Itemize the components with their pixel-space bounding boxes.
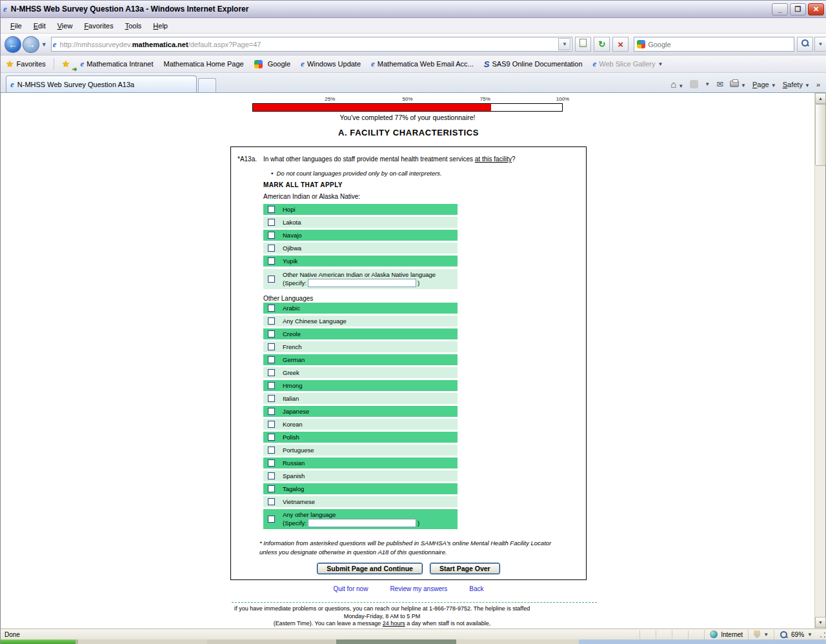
start-over-button[interactable]: Start Page Over	[430, 563, 500, 574]
favorites-link-4[interactable]: eMathematica Web Email Acc...	[366, 57, 479, 71]
language-row: Vietnamese	[263, 496, 458, 507]
checkbox-creole[interactable]	[268, 330, 275, 337]
search-button[interactable]	[797, 37, 813, 52]
address-dropdown-icon[interactable]: ▼	[558, 38, 570, 50]
language-label: Russian	[283, 459, 305, 467]
language-label: Ojibwa	[283, 245, 301, 252]
favorites-link-2[interactable]: Google	[249, 57, 296, 71]
language-row: French	[263, 341, 458, 352]
vertical-scrollbar[interactable]: ▲ ▼	[814, 93, 825, 629]
favorites-link-0[interactable]: eMathematica Intranet	[75, 57, 158, 71]
more-commands-chevron[interactable]: »	[816, 81, 820, 88]
submit-button[interactable]: Submit Page and Continue	[317, 563, 423, 574]
tab-title: N-MHSS Web Survey Question A13a	[17, 81, 134, 88]
favorites-link-5[interactable]: SSAS9 Online Documentation	[479, 57, 588, 71]
stop-button[interactable]: ×	[612, 37, 629, 52]
safety-menu[interactable]: Safety ▼	[783, 81, 810, 88]
minimize-button[interactable]: _	[772, 3, 788, 15]
taskbar-item-active[interactable]	[336, 639, 456, 644]
favorites-button[interactable]: ★ Favorites	[1, 57, 51, 71]
print-button[interactable]: ▼	[730, 81, 746, 88]
language-label: Navajo	[283, 232, 302, 239]
checkbox-group1-other[interactable]	[268, 276, 275, 283]
taskbar-item[interactable]	[456, 639, 579, 644]
taskbar-tray-sliver	[579, 639, 826, 644]
checkbox-group2-other[interactable]	[268, 516, 275, 523]
language-label: Hmong	[283, 382, 303, 389]
tab-favicon-icon: e	[10, 79, 14, 90]
scrollbar-thumb[interactable]	[815, 104, 826, 166]
menu-file[interactable]: File	[5, 20, 28, 32]
rss-feeds-icon[interactable]	[690, 80, 698, 88]
feeds-chevron-icon[interactable]: ▼	[705, 81, 710, 87]
read-mail-icon[interactable]: ✉	[716, 79, 723, 89]
tab-active[interactable]: e N-MHSS Web Survey Question A13a	[6, 75, 197, 92]
checkbox-any-chinese-language[interactable]	[268, 317, 275, 325]
favorites-link-1[interactable]: Mathematica Home Page	[159, 57, 249, 71]
recent-pages-chevron-icon[interactable]: ▼	[41, 41, 47, 48]
language-label: Portuguese	[283, 447, 314, 454]
compatibility-view-button[interactable]	[575, 37, 591, 52]
language-label: Yupik	[283, 257, 297, 265]
taskbar-item[interactable]	[78, 639, 207, 644]
checkbox-greek[interactable]	[268, 369, 275, 376]
menu-view[interactable]: View	[52, 20, 79, 32]
question-instruction: MARK ALL THAT APPLY	[263, 181, 343, 188]
scroll-up-icon[interactable]: ▲	[815, 93, 826, 104]
group2-specify-input[interactable]	[308, 519, 416, 527]
checkbox-navajo[interactable]	[268, 232, 275, 239]
taskbar-item[interactable]	[207, 639, 336, 644]
menu-help[interactable]: Help	[147, 20, 174, 32]
menu-favorites[interactable]: Favorites	[78, 20, 119, 32]
group1-specify-input[interactable]	[308, 279, 416, 287]
menu-edit[interactable]: Edit	[28, 20, 52, 32]
protected-mode-control[interactable]: ▼	[748, 630, 774, 639]
language-label: Italian	[283, 395, 299, 402]
address-url[interactable]: http://nmhsssurveydev.mathematica.net/de…	[60, 41, 559, 48]
checkbox-vietnamese[interactable]	[268, 498, 275, 505]
checkbox-lakota[interactable]	[268, 219, 275, 226]
start-button-sliver[interactable]	[1, 639, 76, 644]
menu-tools[interactable]: Tools	[119, 20, 148, 32]
search-options-chevron-icon[interactable]: ▼	[814, 37, 826, 52]
checkbox-tagalog[interactable]	[268, 485, 275, 492]
back-button[interactable]: ←	[5, 36, 21, 53]
checkbox-spanish[interactable]	[268, 472, 275, 479]
restore-button[interactable]: ❐	[790, 3, 806, 15]
language-label: Vietnamese	[283, 498, 315, 505]
favorites-link-6[interactable]: eWeb Slice Gallery▼	[588, 57, 669, 71]
checkbox-polish[interactable]	[268, 434, 275, 441]
page-menu[interactable]: Page ▼	[752, 81, 776, 88]
checkbox-hmong[interactable]	[268, 382, 275, 389]
checkbox-german[interactable]	[268, 356, 275, 363]
checkbox-hopi[interactable]	[268, 206, 275, 213]
zoom-control[interactable]: 69% ▼	[774, 630, 818, 639]
taskbar-sliver	[1, 639, 826, 644]
home-button[interactable]: ⌂ ▼	[670, 79, 683, 90]
checkbox-yupik[interactable]	[268, 257, 275, 265]
group1-other-label: Other Native American Indian or Alaska N…	[283, 271, 436, 278]
scroll-down-icon[interactable]: ▼	[815, 617, 826, 628]
add-to-favorites-button[interactable]: ★➜	[57, 57, 76, 71]
forward-button[interactable]: →	[23, 36, 39, 53]
checkbox-korean[interactable]	[268, 421, 275, 428]
checkbox-arabic[interactable]	[268, 305, 275, 312]
search-input[interactable]	[648, 41, 791, 48]
nav-link-back[interactable]: Back	[469, 585, 483, 592]
checkbox-japanese[interactable]	[268, 408, 275, 415]
new-tab-stub[interactable]	[198, 78, 216, 92]
refresh-button[interactable]: ↻	[594, 37, 610, 52]
nav-link-review-my-answers[interactable]: Review my answers	[390, 585, 447, 592]
close-button[interactable]: ✕	[808, 3, 824, 15]
checkbox-french[interactable]	[268, 343, 275, 350]
search-box[interactable]	[634, 37, 794, 52]
checkbox-ojibwa[interactable]	[268, 245, 275, 252]
checkbox-portuguese[interactable]	[268, 447, 275, 454]
language-label: Arabic	[283, 305, 300, 312]
checkbox-italian[interactable]	[268, 395, 275, 402]
address-bar[interactable]: e http://nmhsssurveydev.mathematica.net/…	[51, 37, 573, 52]
checkbox-russian[interactable]	[268, 459, 275, 467]
favorites-link-3[interactable]: eWindows Update	[296, 57, 366, 71]
language-label: German	[283, 356, 305, 363]
nav-link-quit-for-now[interactable]: Quit for now	[333, 585, 368, 592]
